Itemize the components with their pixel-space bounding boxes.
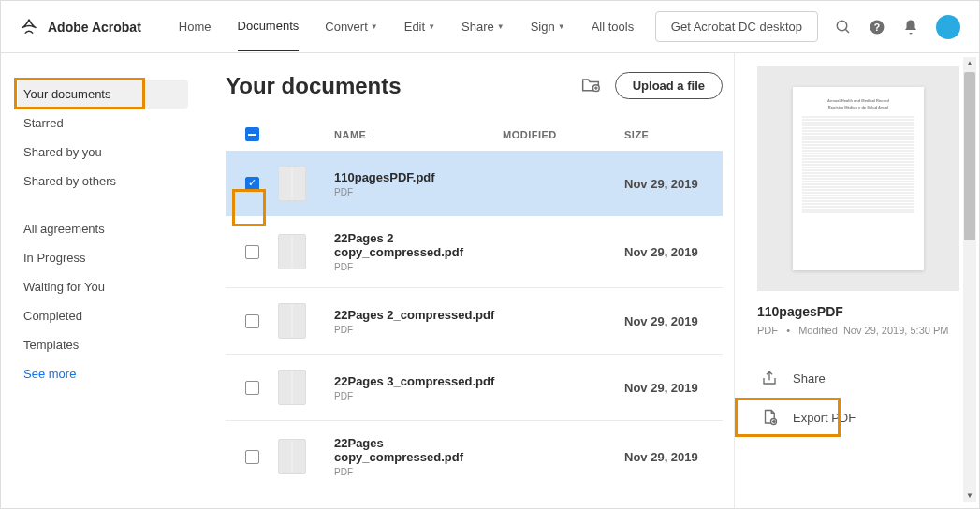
details-panel: Annual Health and Medical Record Registr… <box>734 53 979 508</box>
chevron-down-icon: ▼ <box>497 22 505 31</box>
row-checkbox[interactable] <box>245 450 259 464</box>
table-row[interactable]: 110pagesPDF.pdfPDF Nov 29, 2019 <box>226 151 723 216</box>
file-type: PDF <box>334 262 503 272</box>
file-type: PDF <box>334 187 435 197</box>
file-thumbnail-icon <box>278 439 306 474</box>
row-checkbox[interactable] <box>245 314 259 328</box>
upload-button[interactable]: Upload a file <box>615 72 723 99</box>
svg-point-0 <box>837 21 847 31</box>
file-thumbnail-icon <box>278 166 306 201</box>
sidebar-item-in-progress[interactable]: In Progress <box>18 243 188 272</box>
nav-share[interactable]: Share▼ <box>461 3 505 51</box>
row-checkbox[interactable] <box>245 177 259 191</box>
column-name[interactable]: NAME↓ <box>334 129 503 140</box>
export-pdf-action[interactable]: Export PDF <box>757 398 962 437</box>
file-name: 22Pages 2_compressed.pdf <box>334 308 494 322</box>
file-thumbnail-icon <box>278 370 306 405</box>
main-layout: Your documents Starred Shared by you Sha… <box>1 53 979 508</box>
file-date: Nov 29, 2019 <box>624 245 718 259</box>
table-row[interactable]: 22Pages copy_compressed.pdfPDF Nov 29, 2… <box>226 421 723 492</box>
notifications-icon[interactable] <box>902 19 919 36</box>
app-logo[interactable]: Adobe Acrobat <box>20 18 141 36</box>
content-header: Your documents Upload a file <box>226 72 723 99</box>
search-icon[interactable] <box>835 19 852 36</box>
header-right: Get Acrobat DC desktop ? <box>655 11 960 42</box>
nav-sign[interactable]: Sign▼ <box>531 3 565 51</box>
main-nav: Home Documents Convert▼ Edit▼ Share▼ Sig… <box>179 2 634 51</box>
sidebar-item-starred[interactable]: Starred <box>18 109 188 138</box>
page-title: Your documents <box>226 73 566 99</box>
export-label: Export PDF <box>793 411 856 425</box>
file-thumbnail-icon <box>278 303 306 339</box>
table-row[interactable]: 22Pages 3_compressed.pdfPDF Nov 29, 2019 <box>226 355 723 421</box>
scroll-down-icon[interactable]: ▼ <box>963 489 976 502</box>
app-header: Adobe Acrobat Home Documents Convert▼ Ed… <box>1 1 979 53</box>
nav-documents[interactable]: Documents <box>238 2 300 51</box>
get-desktop-button[interactable]: Get Acrobat DC desktop <box>655 11 818 42</box>
file-name: 22Pages 2 copy_compressed.pdf <box>334 231 503 259</box>
detail-file-name: 110pagesPDF <box>757 304 962 319</box>
file-name: 22Pages copy_compressed.pdf <box>334 436 503 464</box>
column-modified[interactable]: MODIFIED <box>503 129 624 140</box>
nav-edit[interactable]: Edit▼ <box>404 3 435 51</box>
table-header: NAME↓ MODIFIED SIZE <box>226 118 723 151</box>
chevron-down-icon: ▼ <box>428 22 435 31</box>
scrollbar-thumb[interactable] <box>964 72 975 240</box>
row-checkbox[interactable] <box>245 245 259 259</box>
file-date: Nov 29, 2019 <box>624 450 718 464</box>
content-area: Your documents Upload a file NAME↓ MODIF… <box>188 53 734 508</box>
sidebar-item-your-documents[interactable]: Your documents <box>18 80 188 109</box>
help-icon[interactable]: ? <box>869 19 885 36</box>
sidebar-item-shared-by-you[interactable]: Shared by you <box>18 138 188 167</box>
file-name: 110pagesPDF.pdf <box>334 170 435 184</box>
scroll-up-icon[interactable]: ▲ <box>963 57 976 70</box>
sidebar: Your documents Starred Shared by you Sha… <box>1 53 188 508</box>
acrobat-icon <box>20 18 38 36</box>
file-type: PDF <box>334 391 494 401</box>
avatar[interactable] <box>936 15 960 39</box>
table-row[interactable]: 22Pages 2 copy_compressed.pdfPDF Nov 29,… <box>226 216 723 288</box>
nav-convert[interactable]: Convert▼ <box>325 3 377 51</box>
share-icon <box>761 370 778 386</box>
app-name: Adobe Acrobat <box>48 20 141 35</box>
sidebar-see-more[interactable]: See more <box>18 359 188 388</box>
svg-line-1 <box>845 29 849 33</box>
preview-page: Annual Health and Medical Record Registr… <box>793 87 924 270</box>
chevron-down-icon: ▼ <box>371 22 378 31</box>
file-date: Nov 29, 2019 <box>624 177 718 191</box>
document-preview[interactable]: Annual Health and Medical Record Registr… <box>757 66 959 291</box>
export-pdf-icon <box>761 409 778 426</box>
file-date: Nov 29, 2019 <box>624 381 718 395</box>
table-row[interactable]: 22Pages 2_compressed.pdfPDF Nov 29, 2019 <box>226 288 723 355</box>
sidebar-item-templates[interactable]: Templates <box>18 330 188 359</box>
svg-text:?: ? <box>874 21 880 32</box>
sort-arrow-icon: ↓ <box>370 129 375 140</box>
file-type: PDF <box>334 325 494 335</box>
chevron-down-icon: ▼ <box>558 22 565 31</box>
share-action[interactable]: Share <box>757 358 962 398</box>
new-folder-icon[interactable] <box>581 76 600 96</box>
column-size[interactable]: SIZE <box>624 129 718 140</box>
select-all-checkbox[interactable] <box>226 127 278 141</box>
file-thumbnail-icon <box>278 234 306 269</box>
nav-alltools[interactable]: All tools <box>592 3 635 51</box>
nav-home[interactable]: Home <box>179 3 212 51</box>
file-type: PDF <box>334 467 503 477</box>
sidebar-item-waiting[interactable]: Waiting for You <box>18 272 188 301</box>
file-name: 22Pages 3_compressed.pdf <box>334 374 494 388</box>
file-date: Nov 29, 2019 <box>624 314 718 328</box>
detail-meta: PDF • Modified Nov 29, 2019, 5:30 PM <box>757 325 962 336</box>
scrollbar[interactable]: ▲ ▼ <box>963 57 976 502</box>
sidebar-item-shared-by-others[interactable]: Shared by others <box>18 167 188 196</box>
sidebar-item-agreements[interactable]: All agreements <box>18 214 188 243</box>
sidebar-item-completed[interactable]: Completed <box>18 301 188 330</box>
share-label: Share <box>793 371 826 385</box>
row-checkbox[interactable] <box>245 381 259 395</box>
